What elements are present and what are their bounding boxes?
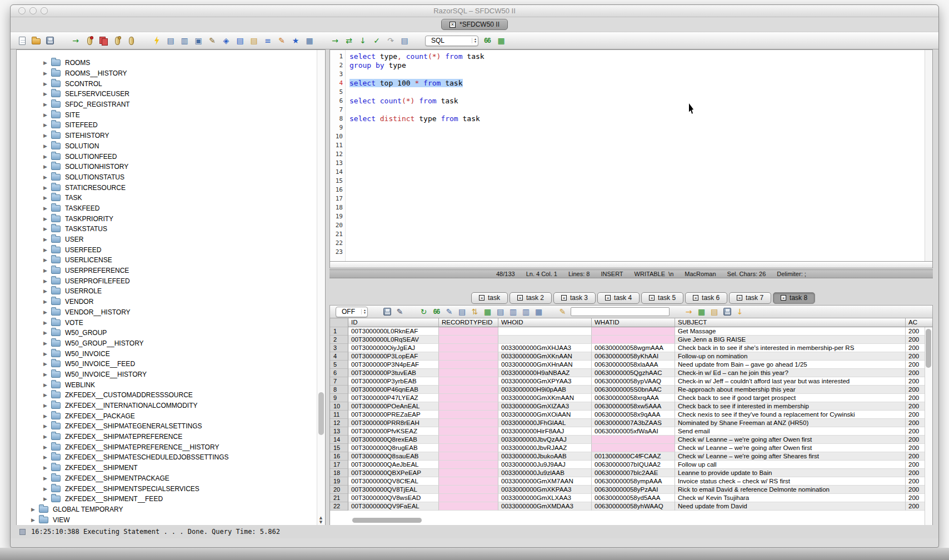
close-tab-icon[interactable]: × (737, 295, 742, 301)
tree-item-w50-group[interactable]: ▶W50_GROUP (17, 328, 325, 338)
column-header-rownum[interactable] (330, 318, 348, 327)
cell-id[interactable]: 00T3000000P3LopEAF (348, 352, 439, 361)
code-line[interactable]: select type, count(*) from task (349, 52, 925, 61)
cell-rownum[interactable]: 2 (330, 336, 348, 344)
insert-row-icon[interactable]: ▦ (697, 307, 706, 317)
cell-whoid[interactable] (498, 336, 592, 344)
disclosure-triangle-icon[interactable]: ▶ (43, 143, 50, 149)
disclosure-triangle-icon[interactable]: ▶ (43, 122, 50, 128)
disclosure-triangle-icon[interactable]: ▶ (43, 309, 50, 315)
cell-whoid[interactable]: 0033000000GmXMDAA3 (498, 502, 592, 511)
cell-rownum[interactable]: 19 (330, 477, 348, 486)
disclosure-triangle-icon[interactable]: ▶ (43, 185, 50, 191)
cell-recordtypeid[interactable] (439, 419, 498, 427)
cell-whatid[interactable]: 006300000058yd5AAA (592, 494, 675, 502)
cell-whoid[interactable]: 0033000000JbvQzAAJ (498, 436, 592, 444)
code-line[interactable] (349, 212, 925, 221)
editor-hscrollbar[interactable] (329, 262, 933, 268)
disclosure-triangle-icon[interactable]: ▶ (43, 299, 50, 304)
highlight-icon[interactable]: ✎ (558, 307, 567, 317)
code-line[interactable] (349, 186, 925, 194)
tree-item-userprofilefeed[interactable]: ▶USERPROFILEFEED (17, 276, 325, 286)
code-line[interactable] (349, 132, 925, 141)
code-line[interactable] (349, 221, 925, 230)
tree-item-vendor[interactable]: ▶VENDOR (17, 297, 325, 307)
tree-item-solutionfeed[interactable]: ▶SOLUTIONFEED (17, 151, 325, 162)
copy-table-icon[interactable]: ▦ (534, 307, 543, 317)
close-tab-icon[interactable]: × (649, 295, 655, 301)
cell-id[interactable]: 00T3000000PRR8rEAH (348, 419, 439, 427)
minimize-button[interactable] (29, 7, 37, 14)
cell-whoid[interactable]: 0033000000JbukoAAB (498, 452, 592, 461)
cell-recordtypeid[interactable] (439, 411, 498, 419)
disclosure-triangle-icon[interactable]: ▶ (43, 257, 50, 263)
tree-item-zkfedex-shipmategeneralsettings[interactable]: ▶ZKFEDEX__SHIPMATEGENERALSETTINGS (17, 421, 325, 432)
disclosure-triangle-icon[interactable]: ▶ (43, 320, 50, 326)
disclosure-triangle-icon[interactable]: ▶ (43, 330, 50, 336)
cell-whoid[interactable]: 0033000000GmXIZAA3 (498, 402, 592, 411)
edit-cell-icon[interactable]: ✎ (444, 307, 454, 317)
tree-item-taskfeed[interactable]: ▶TASKFEED (17, 203, 325, 214)
describe-results-icon[interactable]: 66 (432, 307, 441, 317)
results-hscrollbar-thumb[interactable] (352, 518, 422, 523)
tree-item-global-temporary[interactable]: ▶GLOBAL TEMPORARY (17, 504, 325, 515)
disclosure-triangle-icon[interactable]: ▶ (43, 102, 50, 107)
zoom-button[interactable] (41, 7, 48, 14)
cell-recordtypeid[interactable] (439, 427, 498, 436)
disclosure-triangle-icon[interactable]: ▶ (43, 91, 50, 97)
tree-item-task[interactable]: ▶TASK (17, 193, 325, 203)
cell-subject[interactable]: Need update from Bain – gave go ahead 1/… (675, 361, 906, 369)
code-line[interactable]: group by type (349, 61, 925, 70)
edit-notes-icon[interactable]: ▤ (710, 307, 719, 317)
cell-rownum[interactable]: 16 (330, 452, 348, 461)
disclosure-triangle-icon[interactable]: ▶ (31, 507, 38, 512)
tree-item-sitehistory[interactable]: ▶SITEHISTORY (17, 131, 325, 141)
favorites-icon[interactable]: ★ (291, 36, 301, 46)
code-line[interactable] (349, 239, 925, 248)
column-header-ac[interactable]: AC (906, 318, 932, 327)
tree-item-rooms-history[interactable]: ▶ROOMS__HISTORY (17, 68, 325, 79)
cell-subject[interactable]: Check w/ Leanne – we're going after Owen… (675, 436, 906, 444)
close-tab-icon[interactable]: × (605, 295, 611, 301)
cell-id[interactable]: 00T3000000L0RqSEAV (348, 336, 439, 344)
cell-whatid[interactable]: 00630000007bIQUAA2 (592, 461, 675, 469)
cell-subject[interactable]: Follow-up on nomination (675, 352, 906, 361)
cell-whatid[interactable]: 006300000058xlaAAA (592, 361, 675, 369)
cell-recordtypeid[interactable] (439, 402, 498, 411)
cell-whatid[interactable]: 00630000005xfWaAAI (592, 427, 675, 436)
tree-scrollbar[interactable]: ▲▼ (317, 50, 325, 526)
disclosure-triangle-icon[interactable]: ▶ (43, 392, 50, 398)
disclosure-triangle-icon[interactable]: ▶ (31, 517, 38, 523)
disclosure-triangle-icon[interactable]: ▶ (43, 465, 50, 471)
cell-recordtypeid[interactable] (439, 394, 498, 402)
text-view-icon[interactable]: ▥ (508, 307, 518, 317)
tree-item-zkfedex-shipment-feed[interactable]: ▶ZKFEDEX__SHIPMENT__FEED (17, 494, 325, 504)
cell-whatid[interactable]: 00630000005S0bnAAC (592, 386, 675, 394)
cell-rownum[interactable]: 17 (330, 461, 348, 469)
cell-subject[interactable]: Follow up call (675, 461, 906, 469)
cell-id[interactable]: 00T3000000QV8CfEAL (348, 477, 439, 486)
disconnect-icon[interactable] (98, 36, 108, 46)
cell-subject[interactable]: Check w/ Kevin Tsujihara (675, 494, 906, 502)
tree-item-solutionhistory[interactable]: ▶SOLUTIONHISTORY (17, 162, 325, 172)
tree-scroll-buttons[interactable]: ▲▼ (317, 516, 324, 524)
cell-whatid[interactable]: 006300000058ympAAA (592, 477, 675, 486)
fetch-more-icon[interactable]: ↓ (358, 36, 368, 46)
disclosure-triangle-icon[interactable]: ▶ (43, 341, 50, 346)
export-down-icon[interactable]: ↓ (735, 307, 745, 317)
cell-whatid[interactable] (592, 336, 675, 344)
cell-rownum[interactable]: 5 (330, 361, 348, 369)
cell-rownum[interactable]: 11 (330, 411, 348, 419)
disclosure-triangle-icon[interactable]: ▶ (43, 81, 50, 87)
cell-recordtypeid[interactable] (439, 327, 498, 336)
cell-whatid[interactable]: 006300000058xw5AAA (592, 402, 675, 411)
cell-recordtypeid[interactable] (439, 502, 498, 511)
results-search-input[interactable] (571, 307, 670, 316)
results-vscrollbar[interactable] (925, 327, 932, 526)
cell-whoid[interactable]: 0033000000GmXLXAA3 (498, 494, 592, 502)
cell-id[interactable]: 00T3000000QV9FaEAL (348, 502, 439, 511)
auto-commit-select[interactable]: OFF▴▾ (336, 307, 368, 317)
cell-id[interactable]: 00T3000000QV8TjEAL (348, 486, 439, 494)
cell-id[interactable]: 00T3000000P3yrbEAB (348, 377, 439, 386)
cell-recordtypeid[interactable] (439, 494, 498, 502)
